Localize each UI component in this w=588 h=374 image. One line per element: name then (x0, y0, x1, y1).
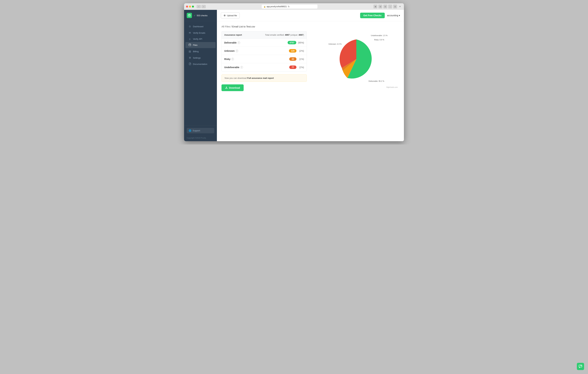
sidebar-item-documentation[interactable]: Documentation (185, 61, 216, 67)
total-value: 4997 (285, 34, 290, 36)
undeliverable-text: Undeliverable (224, 66, 239, 69)
minimize-button[interactable] (189, 6, 191, 8)
pie-chart: Undeliverable: 1.5 % Risky: 0.9 % Unknow… (330, 33, 383, 85)
sidebar-item-verify-api[interactable]: {} Verify API (185, 36, 216, 42)
sidebar-item-label-dashboard: Dashboard (193, 25, 203, 28)
sidebar-item-label-verify-api: Verify API (193, 38, 202, 40)
forward-button[interactable]: › (201, 5, 206, 8)
documentation-icon (188, 63, 191, 65)
back-button[interactable]: ‹ (197, 5, 201, 8)
unknown-count: 120 (289, 49, 296, 53)
unknown-percent: (2%) (298, 50, 304, 52)
browser-titlebar: ‹ › 🔒 app.proofy.io/list/88021 ↻ ⊞ ⊡ ⊡ ↓… (184, 3, 404, 10)
sidebar-item-billing[interactable]: ▤ Billing (185, 48, 216, 54)
download-button[interactable]: Download (221, 84, 244, 91)
checks-count: 503 checks (197, 14, 208, 17)
dashboard-icon: ⊙ (188, 25, 191, 28)
download-manager-icon[interactable]: ↓ (388, 5, 392, 9)
support-label: Support (193, 129, 200, 132)
sidebar-item-verify-emails[interactable]: ✉ Verify Emails (185, 30, 216, 36)
unknown-chart-label: Unknown: 2.4 % (328, 43, 342, 45)
sidebar-item-label-documentation: Documentation (193, 63, 207, 65)
shield-icon[interactable]: ⊡ (378, 5, 382, 9)
chart-container: Undeliverable: 1.5 % Risky: 0.9 % Unknow… (313, 31, 399, 88)
verify-api-icon: {} (188, 38, 191, 40)
risky-label: Risky i (224, 58, 234, 60)
breadcrumb-current: Email List to Test.csv (232, 25, 255, 28)
breadcrumb-separator: / (231, 25, 232, 28)
fullscreen-button[interactable] (192, 6, 194, 8)
deliverable-count: 4757 (288, 41, 296, 44)
unknown-right: 120 (2%) (289, 49, 304, 53)
unknown-label: Unknown i (224, 50, 238, 52)
undeliverable-label: Undeliverable i (224, 66, 243, 69)
report-table: Assurance report Total emails verified: … (221, 31, 307, 91)
account-name: accounting (387, 14, 398, 17)
sidebar-logo: ✓ 503 checks (184, 10, 217, 21)
content-area: All Files / Email List to Test.csv Assur… (217, 21, 404, 141)
highcharts-credit: Highcharts.com (386, 86, 399, 88)
sidebar-item-label-settings: Settings (193, 57, 201, 59)
deliverable-chart-label: Deliverable: 95.2 % (369, 80, 384, 82)
download-icon (225, 86, 228, 89)
logo-icon (187, 13, 192, 18)
download-notice: Now you can download Full assurance mail… (221, 74, 307, 82)
sidebar-item-files[interactable]: Files (185, 42, 216, 48)
sidebar-item-dashboard[interactable]: ⊙ Dashboard (185, 23, 216, 30)
unknown-text: Unknown (224, 50, 235, 52)
svg-rect-0 (189, 44, 191, 46)
share-icon[interactable]: ⊡ (393, 5, 397, 9)
risky-info-icon[interactable]: i (231, 58, 234, 60)
wallet-icon[interactable]: ⊡ (383, 5, 387, 9)
sidebar-item-settings[interactable]: ⚙ Settings (185, 55, 216, 61)
risky-count: 43 (289, 57, 296, 61)
url-text: app.proofy.io/list/88021 (267, 5, 287, 8)
download-notice-text: Now you can download (225, 77, 247, 79)
verify-emails-icon: ✉ (188, 31, 191, 34)
upload-label: Upload file (227, 14, 237, 17)
account-dropdown[interactable]: accounting ▾ (387, 14, 400, 17)
settings-icon: ⚙ (188, 56, 191, 59)
sidebar-item-label-verify-emails: Verify Emails (193, 32, 205, 34)
app-shell: ✓ 503 checks ⊙ Dashboard ✉ Verify Emails… (184, 10, 404, 141)
browser-toolbar-icons: ⊞ ⊡ ⊡ ↓ ⊡ + (373, 5, 402, 9)
download-notice-link[interactable]: Full assurance mail report (247, 77, 274, 79)
billing-icon: ▤ (188, 50, 191, 53)
main-content: ⊕ Upload file Get Free Checks accounting… (217, 10, 404, 141)
address-bar[interactable]: 🔒 app.proofy.io/list/88021 ↻ (262, 5, 317, 9)
report-section: Assurance report Total emails verified: … (221, 31, 399, 91)
reload-button[interactable]: ↻ (288, 5, 290, 8)
unknown-info-icon[interactable]: i (236, 50, 238, 52)
new-tab-button[interactable]: + (398, 5, 402, 9)
pie-chart-svg (330, 33, 383, 85)
close-button[interactable] (186, 6, 188, 8)
unknown-row: Unknown i 120 (2%) (222, 47, 307, 55)
total-verified: Total emails verified: 4997 (unique: 499… (265, 34, 304, 36)
undeliverable-chart-label: Undeliverable: 1.5 % (371, 34, 388, 36)
sidebar-item-label-billing: Billing (193, 50, 199, 53)
nav-buttons: ‹ › (197, 5, 206, 8)
deliverable-right: 4757 (95%) (288, 41, 304, 44)
deliverable-text: Deliverable (224, 41, 237, 44)
sidebar-nav: ⊙ Dashboard ✉ Verify Emails {} Verify AP… (184, 21, 217, 125)
get-free-checks-button[interactable]: Get Free Checks (360, 13, 385, 18)
extensions-button[interactable]: ⊞ (373, 5, 377, 9)
deliverable-info-icon[interactable]: i (238, 41, 240, 44)
top-bar-right: Get Free Checks accounting ▾ (360, 13, 400, 18)
files-icon (188, 44, 191, 46)
assurance-title: Assurance report (224, 34, 242, 36)
report-rows: Deliverable i 4757 (95%) Unkn (221, 39, 307, 71)
support-icon: 🌐 (189, 129, 191, 132)
upload-file-button[interactable]: ⊕ Upload file (221, 12, 240, 18)
undeliverable-info-icon[interactable]: i (240, 66, 243, 69)
download-btn-label: Download (229, 86, 240, 89)
undeliverable-right: 77 (2%) (289, 65, 304, 69)
address-bar-area: 🔒 app.proofy.io/list/88021 ↻ (207, 5, 372, 9)
support-button[interactable]: 🌐 Support (187, 128, 214, 133)
unique-value: 4997 (299, 34, 303, 36)
deliverable-row: Deliverable i 4757 (95%) (222, 39, 307, 47)
undeliverable-row: Undeliverable i 77 (2%) (222, 63, 307, 71)
breadcrumb-parent[interactable]: All Files (221, 25, 230, 28)
deliverable-percent: (95%) (298, 41, 304, 44)
undeliverable-count: 77 (289, 65, 296, 69)
